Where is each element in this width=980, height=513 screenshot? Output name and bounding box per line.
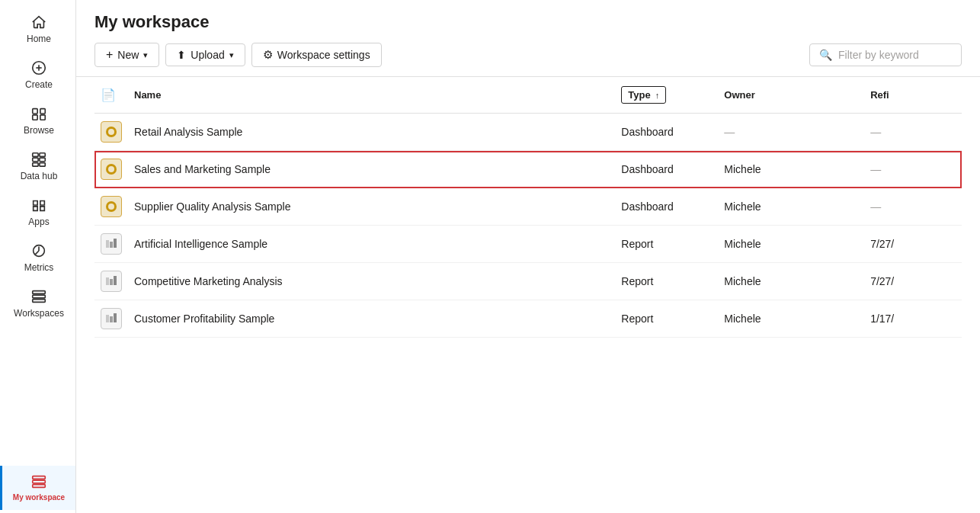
table-header-type[interactable]: Type ↑ [615, 77, 718, 114]
svg-rect-6 [40, 115, 45, 120]
sidebar-item-browse[interactable]: Browse [0, 98, 75, 143]
table-row[interactable]: Retail Analysis SampleDashboard—— [94, 114, 962, 151]
svg-rect-18 [33, 480, 46, 483]
filter-input-container[interactable]: 🔍 Filter by keyword [809, 43, 962, 66]
svg-point-25 [108, 204, 114, 210]
table-row[interactable]: Supplier Quality Analysis SampleDashboar… [94, 188, 962, 226]
row-type: Report [615, 300, 718, 338]
row-icon-cell [94, 114, 128, 151]
upload-icon: ⬆ [177, 49, 186, 61]
svg-rect-17 [33, 476, 46, 479]
row-icon-cell [94, 151, 128, 188]
page-title: My workspace [94, 12, 962, 32]
sidebar-item-create[interactable]: Create [0, 52, 75, 98]
sort-icon: ↑ [655, 91, 660, 100]
svg-rect-31 [114, 276, 117, 285]
row-type: Dashboard [615, 188, 718, 226]
row-type: Dashboard [615, 114, 718, 151]
sidebar-item-browse-label: Browse [24, 125, 54, 136]
dashboard-svg [104, 200, 118, 213]
report-icon [101, 308, 122, 329]
upload-chevron-icon: ▾ [229, 50, 234, 60]
svg-rect-10 [40, 158, 45, 162]
row-refresh: — [864, 114, 962, 151]
row-refresh: 1/17/ [864, 300, 962, 338]
search-icon: 🔍 [819, 49, 832, 61]
new-button-label: New [117, 49, 139, 61]
sidebar-item-my-workspace-label: My workspace [13, 493, 65, 502]
svg-rect-12 [40, 163, 45, 167]
sidebar-item-apps[interactable]: Apps [0, 189, 75, 235]
upload-button-label: Upload [191, 49, 224, 61]
row-refresh: 7/27/ [864, 226, 962, 263]
table-row[interactable]: Artificial Intelligence SampleReportMich… [94, 226, 962, 263]
plus-icon: + [106, 48, 113, 62]
svg-rect-9 [33, 158, 38, 162]
row-icon-cell [94, 188, 128, 226]
svg-rect-33 [110, 316, 113, 322]
dashboard-icon [101, 159, 122, 180]
page-header: My workspace + New ▾ ⬆ Upload ▾ ⚙ Worksp… [76, 0, 980, 77]
svg-rect-4 [40, 109, 45, 114]
row-owner: Michele [718, 300, 864, 338]
table-header-refresh[interactable]: Refi [864, 77, 962, 114]
table-header-owner[interactable]: Owner [718, 77, 864, 114]
file-icon: 📄 [101, 88, 116, 101]
gear-icon: ⚙ [263, 48, 273, 62]
chevron-down-icon: ▾ [143, 50, 148, 60]
sidebar-item-home-label: Home [27, 34, 51, 44]
sidebar-item-workspaces[interactable]: Workspaces [0, 281, 75, 326]
svg-rect-32 [106, 315, 109, 322]
row-name: Competitive Marketing Analysis [128, 263, 615, 300]
datahub-icon [30, 151, 47, 168]
row-name: Artificial Intelligence Sample [128, 226, 615, 263]
upload-button[interactable]: ⬆ Upload ▾ [165, 43, 245, 66]
table-body: Retail Analysis SampleDashboard—— Sales … [94, 114, 962, 338]
sidebar-item-metrics[interactable]: Metrics [0, 235, 75, 281]
row-owner: Michele [718, 226, 864, 263]
row-name: Supplier Quality Analysis Sample [128, 188, 615, 226]
row-refresh: 7/27/ [864, 263, 962, 300]
svg-rect-29 [106, 277, 109, 285]
workspaces-icon [30, 288, 47, 305]
report-svg [104, 274, 118, 288]
row-owner: — [718, 114, 864, 151]
table-row[interactable]: Competitive Marketing AnalysisReportMich… [94, 263, 962, 300]
row-name: Customer Profitability Sample [128, 300, 615, 338]
sidebar-item-home[interactable]: Home [0, 6, 75, 52]
table-header-name[interactable]: Name [128, 77, 615, 114]
filter-placeholder: Filter by keyword [838, 49, 919, 61]
workspace-settings-button[interactable]: ⚙ Workspace settings [251, 43, 382, 67]
toolbar: + New ▾ ⬆ Upload ▾ ⚙ Workspace settings … [94, 43, 962, 67]
row-owner: Michele [718, 263, 864, 300]
workspace-settings-label: Workspace settings [277, 49, 370, 61]
sidebar-item-workspaces-label: Workspaces [14, 308, 64, 319]
table-row[interactable]: Customer Profitability SampleReportMiche… [94, 300, 962, 338]
svg-point-21 [108, 129, 114, 135]
sidebar-item-my-workspace[interactable]: My workspace [0, 466, 75, 510]
svg-rect-26 [106, 240, 109, 248]
row-name: Sales and Marketing Sample [128, 151, 615, 188]
dashboard-icon [101, 196, 122, 217]
svg-rect-3 [33, 109, 37, 114]
create-icon [30, 59, 47, 76]
svg-point-23 [108, 166, 114, 172]
row-refresh: — [864, 151, 962, 188]
sidebar-item-create-label: Create [25, 79, 53, 90]
svg-rect-34 [114, 313, 117, 322]
svg-rect-30 [110, 279, 113, 285]
new-button[interactable]: + New ▾ [94, 43, 159, 67]
row-icon-cell [94, 226, 128, 263]
report-icon [101, 271, 122, 292]
my-workspace-icon [30, 473, 47, 490]
row-type: Report [615, 226, 718, 263]
browse-icon [30, 105, 47, 122]
report-svg [104, 237, 118, 251]
table-row[interactable]: Sales and Marketing SampleDashboardMiche… [94, 151, 962, 188]
table-header-icon: 📄 [94, 77, 128, 114]
row-icon-cell [94, 300, 128, 338]
dashboard-svg [104, 162, 118, 176]
row-icon-cell [94, 263, 128, 300]
sidebar-item-datahub[interactable]: Data hub [0, 143, 75, 189]
sidebar-item-apps-label: Apps [28, 216, 49, 227]
